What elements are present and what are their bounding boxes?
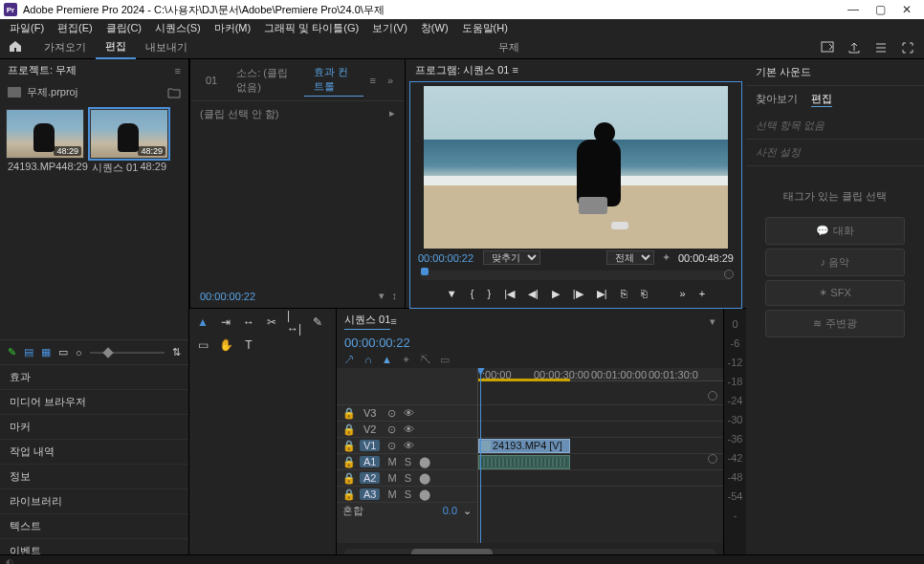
source-timecode[interactable]: 00:00:00:22 <box>200 291 255 302</box>
slip-tool-icon[interactable]: |↔| <box>287 315 302 330</box>
voice-over-icon[interactable]: ⬤ <box>419 456 430 468</box>
program-timecode-current[interactable]: 00:00:00:22 <box>418 252 473 264</box>
track-a2-toggle[interactable]: A2 <box>360 472 380 484</box>
toggle-output-icon[interactable]: ⊙ <box>387 407 396 420</box>
es-tab-edit[interactable]: 편집 <box>811 92 832 107</box>
menu-view[interactable]: 보기(V) <box>372 21 407 35</box>
step-back-button[interactable]: ◀| <box>528 288 539 300</box>
panel-tab-media-browser[interactable]: 미디어 브라우저 <box>0 390 188 415</box>
source-filter-icon[interactable]: ▾ <box>379 290 385 302</box>
track-a2[interactable] <box>478 469 723 486</box>
ripple-edit-tool-icon[interactable]: ↔ <box>241 315 256 330</box>
mark-in-button[interactable]: { <box>471 288 474 300</box>
workspace-tab-edit[interactable]: 편집 <box>96 35 136 59</box>
track-v3[interactable] <box>478 404 723 421</box>
quick-export-icon[interactable] <box>821 40 834 54</box>
es-tab-browse[interactable]: 찾아보기 <box>756 92 798 107</box>
program-scrubber[interactable] <box>420 271 732 280</box>
rectangle-tool-icon[interactable]: ▭ <box>195 337 210 353</box>
workspace-tab-import[interactable]: 가져오기 <box>34 36 96 58</box>
panel-tab-effects[interactable]: 효과 <box>0 365 188 390</box>
menu-sequence[interactable]: 시퀀스(S) <box>155 21 201 35</box>
go-to-out-button[interactable]: ▶| <box>597 288 607 300</box>
hand-tool-icon[interactable]: ✋ <box>218 337 233 353</box>
project-item-clip[interactable]: 48:29 24193.MP448:29 <box>6 109 84 175</box>
track-select-tool-icon[interactable]: ⇥ <box>218 315 233 330</box>
extract-button[interactable]: ⎗ <box>641 288 648 300</box>
more-tabs-icon[interactable]: » <box>382 75 399 86</box>
play-button[interactable]: ▶ <box>552 288 560 300</box>
new-bin-icon[interactable] <box>167 86 181 98</box>
home-button[interactable] <box>8 38 27 57</box>
es-music-button[interactable]: ♪ 음악 <box>765 249 905 276</box>
es-ambience-button[interactable]: ≋ 주변광 <box>765 310 905 337</box>
time-ruler[interactable]: :00:00 00:00:30:00 00:01:00:00 00:01:30:… <box>478 368 723 381</box>
timeline-timecode[interactable]: 00:00:00:22 <box>337 334 723 352</box>
track-a1[interactable] <box>478 453 723 469</box>
timeline-settings-icon[interactable]: ✦ <box>402 354 410 366</box>
playhead[interactable] <box>480 368 481 543</box>
program-monitor[interactable] <box>424 86 728 249</box>
selection-tool-icon[interactable]: ▲ <box>195 315 210 330</box>
track-a3[interactable] <box>478 486 723 502</box>
panel-tab-libraries[interactable]: 라이브러리 <box>0 489 188 514</box>
project-breadcrumb[interactable]: 무제.prproj <box>0 81 188 103</box>
sync-lock-icon[interactable]: 👁 <box>404 407 414 419</box>
share-icon[interactable] <box>847 40 861 54</box>
work-area-bar[interactable] <box>478 379 570 381</box>
export-frame-button[interactable]: » <box>680 288 686 300</box>
timeline-tab[interactable]: 시퀀스 01 <box>344 313 390 330</box>
step-forward-button[interactable]: |▶ <box>573 288 583 300</box>
program-resolution-select[interactable]: 전체 <box>606 250 654 265</box>
timeline-clip-audio[interactable] <box>478 455 570 469</box>
add-marker-icon[interactable]: ▲ <box>382 354 392 366</box>
source-tab-noclip[interactable]: 소스: (클립 없음) <box>227 64 304 97</box>
pen-tool-icon[interactable]: ✎ <box>310 315 325 330</box>
panel-tab-markers[interactable]: 마커 <box>0 415 188 440</box>
collapse-icon[interactable]: ▸ <box>389 107 395 119</box>
button-editor-icon[interactable]: + <box>699 288 705 300</box>
settings-icon[interactable]: ✦ <box>662 251 671 264</box>
timeline-panel-menu-icon[interactable]: ▾ <box>710 315 715 328</box>
track-a3-toggle[interactable]: A3 <box>360 488 380 500</box>
window-maximize-button[interactable]: ▢ <box>867 3 893 16</box>
menu-file[interactable]: 파일(F) <box>10 21 44 35</box>
icon-view-icon[interactable]: ▦ <box>41 346 51 358</box>
panel-menu-icon[interactable]: ≡ <box>363 75 381 86</box>
go-to-in-button[interactable]: |◀ <box>504 288 515 300</box>
fullscreen-icon[interactable] <box>901 40 914 54</box>
freeform-view-icon[interactable]: ▭ <box>58 346 68 358</box>
sort-icon[interactable]: ⇅ <box>172 346 181 358</box>
track-v3-toggle[interactable]: V3 <box>360 407 380 419</box>
lock-icon[interactable]: 🔒 <box>342 407 352 420</box>
timeline-clip-video[interactable]: 24193.MP4 [V] <box>478 439 570 453</box>
track-v1[interactable]: 24193.MP4 [V] <box>478 437 723 453</box>
es-sfx-button[interactable]: ✶ SFX <box>765 280 905 306</box>
razor-tool-icon[interactable]: ✂ <box>264 315 279 330</box>
menu-clip[interactable]: 클립(C) <box>106 21 142 35</box>
wrench-icon[interactable]: ⛏ <box>420 354 430 366</box>
menu-edit[interactable]: 편집(E) <box>57 21 93 35</box>
window-close-button[interactable]: ✕ <box>893 3 920 16</box>
caption-track-icon[interactable]: ▭ <box>440 354 450 366</box>
mix-value[interactable]: 0.0 <box>443 505 457 516</box>
workspace-menu-icon[interactable] <box>874 40 888 54</box>
source-tab-01[interactable]: 01 <box>196 73 227 88</box>
program-zoom-select[interactable]: 맞추기 <box>483 250 540 265</box>
project-item-sequence[interactable]: 48:29 시퀀스 0148:29 <box>90 109 168 175</box>
menu-help[interactable]: 도움말(H) <box>462 21 508 35</box>
list-view-icon[interactable]: ▤ <box>24 346 33 358</box>
panel-tab-info[interactable]: 정보 <box>0 465 188 489</box>
panel-tab-history[interactable]: 작업 내역 <box>0 440 188 465</box>
menu-window[interactable]: 창(W) <box>421 21 449 35</box>
project-panel-menu-icon[interactable]: ≡ <box>175 65 181 76</box>
track-v2[interactable] <box>478 421 723 437</box>
type-tool-icon[interactable]: T <box>241 337 256 353</box>
track-a1-toggle[interactable]: A1 <box>360 456 380 467</box>
track-v1-toggle[interactable]: V1 <box>360 440 380 451</box>
es-dialogue-button[interactable]: 💬 대화 <box>765 217 905 245</box>
workspace-tab-export[interactable]: 내보내기 <box>136 36 197 58</box>
menu-marker[interactable]: 마커(M) <box>214 21 252 35</box>
track-v2-toggle[interactable]: V2 <box>360 423 380 435</box>
window-minimize-button[interactable]: — <box>840 3 867 16</box>
